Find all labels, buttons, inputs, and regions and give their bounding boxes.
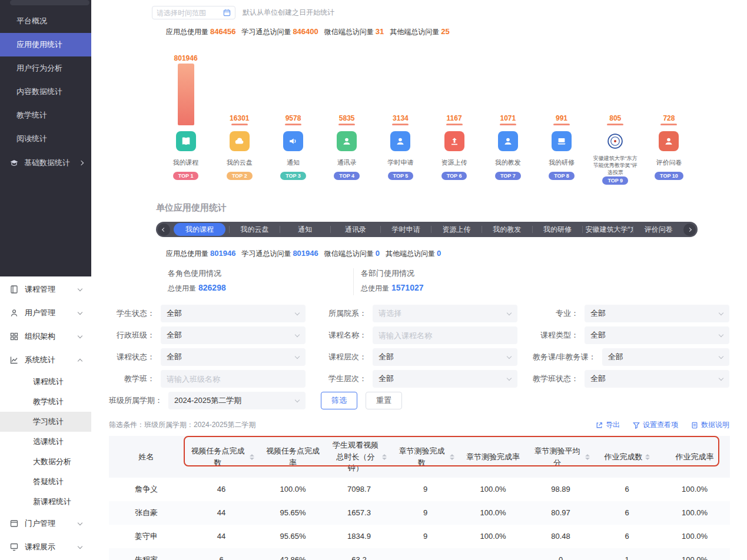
line-chart-icon (9, 355, 19, 365)
stat-value: 801946 (210, 249, 235, 258)
sidebar-subitem-new-course-stats[interactable]: 新课程统计 (0, 492, 91, 512)
panel-title: 各角色使用情况 (168, 268, 353, 279)
filter-button[interactable]: 筛选 (321, 392, 357, 409)
data-notes-link[interactable]: 数据说明 (691, 420, 729, 430)
tab-research[interactable]: 我的研修 (533, 222, 583, 237)
column-header-watch-duration[interactable]: 学生观看视频总时长（分钟） (327, 436, 391, 478)
sidebar-subitem-learning-stats[interactable]: 学习统计 (0, 412, 91, 432)
tab-hours-apply[interactable]: 学时申请 (381, 222, 431, 237)
sort-icon[interactable] (450, 454, 454, 460)
course-status-select[interactable]: 全部 (161, 348, 306, 366)
tab-survey[interactable]: 评价问卷 (633, 222, 683, 237)
sidebar-item-portal-management[interactable]: 门户管理 (0, 512, 91, 535)
tab-notice[interactable]: 通知 (280, 222, 330, 237)
cell: 63.2 (327, 548, 391, 560)
rank-badge: TOP 9 (602, 176, 628, 185)
tab-teaching-dev[interactable]: 我的教发 (482, 222, 532, 237)
column-header-video-tasks-done[interactable]: 视频任务点完成数 (184, 436, 259, 478)
stat-label: 学习通总访问量 (241, 249, 291, 259)
date-range-picker[interactable] (152, 6, 235, 19)
teaching-class-status-select[interactable]: 全部 (585, 370, 729, 388)
calendar-icon[interactable] (223, 9, 231, 16)
stat-value: 0 (437, 249, 441, 258)
tab-scroll-right-button[interactable] (683, 224, 696, 236)
sidebar-subitem-qa-stats[interactable]: 答疑统计 (0, 472, 91, 492)
book-icon (9, 285, 19, 294)
course-type-select[interactable]: 全部 (585, 326, 729, 344)
student-level-select[interactable]: 全部 (373, 370, 517, 388)
bar (392, 124, 409, 125)
date-range-input[interactable] (157, 9, 220, 17)
sidebar-item-label: 基础数据统计 (24, 158, 70, 168)
sidebar-item-user-behavior[interactable]: 用户行为分析 (0, 56, 91, 80)
column-header-quiz-avg[interactable]: 章节测验平均分 (527, 436, 595, 478)
semester-select[interactable]: 2024-2025第二学期 (168, 392, 306, 409)
sidebar-item-course-management[interactable]: 课程管理 (0, 278, 91, 301)
filter-label: 课程名称： (321, 330, 367, 341)
sidebar-item-content-data[interactable]: 内容数据统计 (0, 80, 91, 104)
tab-scroll-left-button[interactable] (158, 224, 170, 236)
bar (660, 124, 677, 125)
course-level-select[interactable]: 全部 (373, 348, 517, 366)
rank-badge: TOP 7 (495, 172, 521, 180)
cell-name: 姜守申 (109, 525, 184, 548)
sort-icon[interactable] (382, 454, 387, 460)
sidebar-item-basic-data-stats[interactable]: 基础数据统计 (0, 151, 91, 175)
sort-icon[interactable] (585, 454, 590, 460)
cell: 100.0% (659, 478, 730, 501)
academic-course-select[interactable]: 全部 (602, 348, 729, 366)
filter-label: 课程类型： (533, 330, 579, 341)
sidebar-item-reading-stats[interactable]: 阅读统计 (0, 127, 91, 151)
teaching-class-input[interactable] (167, 375, 300, 384)
sidebar-subitem-course-selection-stats[interactable]: 选课统计 (0, 432, 91, 452)
sidebar-item-user-management[interactable]: 用户管理 (0, 301, 91, 325)
sidebar-item-app-usage-stats[interactable]: 应用使用统计 (0, 33, 91, 56)
sort-icon[interactable] (645, 454, 650, 460)
chevron-up-icon (78, 358, 82, 363)
column-header-quiz-done[interactable]: 章节测验完成数 (391, 436, 459, 478)
graduation-cap-icon (9, 158, 19, 168)
export-link[interactable]: 导出 (596, 420, 620, 430)
sidebar-subitem-course-stats[interactable]: 课程统计 (0, 372, 91, 392)
column-header-name: 姓名 (109, 436, 184, 478)
chart-item-survey: 728 评价问卷 TOP 10 (642, 54, 696, 185)
column-header-homework-rate: 作业完成率 (659, 436, 730, 478)
bar (338, 124, 355, 125)
stat-label: 应用总使用量 (166, 27, 208, 37)
sidebar-item-org-structure[interactable]: 组织架构 (0, 325, 91, 348)
bar (607, 124, 623, 125)
course-name-input[interactable] (379, 331, 512, 340)
sidebar-item-teaching-stats[interactable]: 教学统计 (0, 104, 91, 127)
bar-value: 5835 (339, 114, 355, 122)
rank-badge: TOP 1 (173, 172, 199, 180)
sidebar-item-course-display[interactable]: 课程展示 (0, 535, 91, 559)
app-tab-bar: 我的课程 我的云盘 通知 通讯录 学时申请 资源上传 我的教发 我的研修 安徽建… (156, 222, 698, 237)
sidebar-scrolled-item[interactable] (10, 0, 89, 5)
chart-item-research: 991 我的研修 TOP 8 (534, 54, 588, 185)
column-header-homework-done[interactable]: 作业完成数 (595, 436, 659, 478)
reset-button[interactable]: 重置 (366, 392, 402, 409)
upload-icon (444, 131, 464, 151)
sort-icon[interactable] (250, 454, 254, 460)
tab-my-courses[interactable]: 我的课程 (174, 223, 225, 236)
cell: 6 (595, 478, 659, 501)
sidebar-item-system-stats[interactable]: 系统统计 (0, 348, 91, 372)
sidebar-subitem-big-data-analysis[interactable]: 大数据分析 (0, 452, 91, 472)
admin-class-select[interactable]: 全部 (161, 326, 306, 344)
sidebar-subitem-teaching-stats[interactable]: 教学统计 (0, 392, 91, 412)
tab-award-vote[interactable]: 安徽建筑大学“东 (583, 222, 633, 237)
cell: 100.0% (459, 525, 527, 548)
person-icon (337, 131, 357, 151)
student-status-select[interactable]: 全部 (161, 305, 306, 322)
view-settings-link[interactable]: 设置查看项 (633, 420, 678, 430)
filter-label: 学生层次： (321, 374, 367, 384)
column-header-video-tasks-rate: 视频任务点完成率 (259, 436, 327, 478)
sidebar-admin-section: 课程管理 用户管理 组织架构 系统统计 课程统计 教学统计 学习统计 选课统计 … (0, 276, 91, 559)
major-select[interactable]: 全部 (585, 305, 729, 322)
tab-cloud-disk[interactable]: 我的云盘 (230, 222, 280, 237)
department-select[interactable]: 请选择 (373, 305, 517, 322)
tab-resource-upload[interactable]: 资源上传 (431, 222, 482, 237)
summary-unit: 应用总使用量801946 学习通总访问量801946 微信端总访问量0 其他端总… (166, 249, 747, 259)
tab-contacts[interactable]: 通讯录 (331, 222, 381, 237)
sidebar-item-platform-overview[interactable]: 平台概况 (0, 9, 91, 33)
